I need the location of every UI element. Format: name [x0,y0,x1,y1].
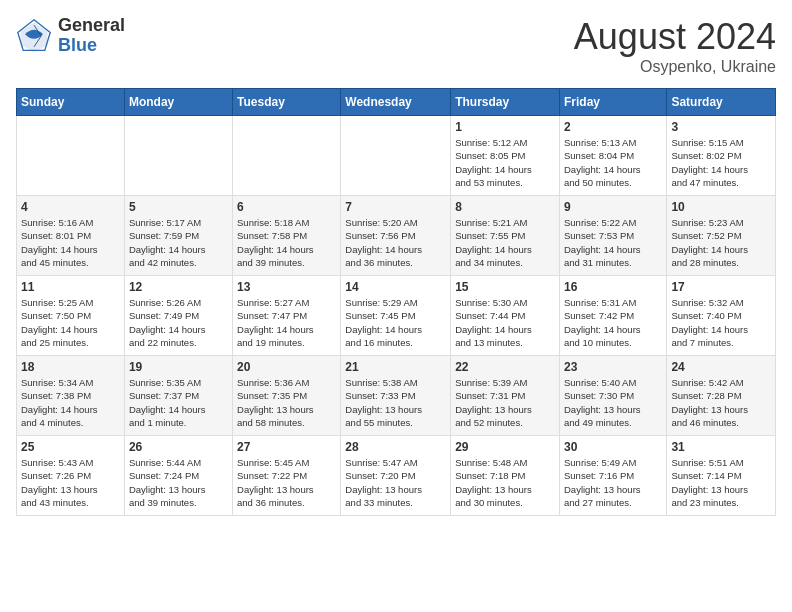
day-of-week-header: Thursday [451,89,560,116]
calendar-cell: 11Sunrise: 5:25 AM Sunset: 7:50 PM Dayli… [17,276,125,356]
calendar-cell: 20Sunrise: 5:36 AM Sunset: 7:35 PM Dayli… [233,356,341,436]
day-info-text: Sunrise: 5:13 AM Sunset: 8:04 PM Dayligh… [564,136,662,189]
day-of-week-header: Friday [559,89,666,116]
day-number: 26 [129,440,228,454]
calendar-cell: 29Sunrise: 5:48 AM Sunset: 7:18 PM Dayli… [451,436,560,516]
day-number: 3 [671,120,771,134]
day-number: 15 [455,280,555,294]
calendar-cell: 7Sunrise: 5:20 AM Sunset: 7:56 PM Daylig… [341,196,451,276]
calendar-cell: 6Sunrise: 5:18 AM Sunset: 7:58 PM Daylig… [233,196,341,276]
calendar-week-row: 11Sunrise: 5:25 AM Sunset: 7:50 PM Dayli… [17,276,776,356]
day-number: 30 [564,440,662,454]
calendar-cell: 4Sunrise: 5:16 AM Sunset: 8:01 PM Daylig… [17,196,125,276]
day-info-text: Sunrise: 5:39 AM Sunset: 7:31 PM Dayligh… [455,376,555,429]
day-info-text: Sunrise: 5:42 AM Sunset: 7:28 PM Dayligh… [671,376,771,429]
calendar-cell: 12Sunrise: 5:26 AM Sunset: 7:49 PM Dayli… [124,276,232,356]
day-number: 14 [345,280,446,294]
day-info-text: Sunrise: 5:18 AM Sunset: 7:58 PM Dayligh… [237,216,336,269]
calendar-week-row: 4Sunrise: 5:16 AM Sunset: 8:01 PM Daylig… [17,196,776,276]
day-number: 6 [237,200,336,214]
calendar-cell: 16Sunrise: 5:31 AM Sunset: 7:42 PM Dayli… [559,276,666,356]
logo-text: General Blue [58,16,125,56]
location-subtitle: Osypenko, Ukraine [574,58,776,76]
month-year-title: August 2024 [574,16,776,58]
calendar-header-row: SundayMondayTuesdayWednesdayThursdayFrid… [17,89,776,116]
calendar-cell: 25Sunrise: 5:43 AM Sunset: 7:26 PM Dayli… [17,436,125,516]
calendar-cell: 23Sunrise: 5:40 AM Sunset: 7:30 PM Dayli… [559,356,666,436]
calendar-cell: 31Sunrise: 5:51 AM Sunset: 7:14 PM Dayli… [667,436,776,516]
calendar-table: SundayMondayTuesdayWednesdayThursdayFrid… [16,88,776,516]
calendar-cell [124,116,232,196]
day-number: 10 [671,200,771,214]
calendar-cell: 19Sunrise: 5:35 AM Sunset: 7:37 PM Dayli… [124,356,232,436]
day-number: 5 [129,200,228,214]
day-info-text: Sunrise: 5:25 AM Sunset: 7:50 PM Dayligh… [21,296,120,349]
page-header: General Blue August 2024 Osypenko, Ukrai… [16,16,776,76]
day-info-text: Sunrise: 5:35 AM Sunset: 7:37 PM Dayligh… [129,376,228,429]
logo-general-text: General [58,16,125,36]
calendar-cell [17,116,125,196]
day-number: 20 [237,360,336,374]
calendar-cell: 24Sunrise: 5:42 AM Sunset: 7:28 PM Dayli… [667,356,776,436]
day-info-text: Sunrise: 5:49 AM Sunset: 7:16 PM Dayligh… [564,456,662,509]
calendar-cell: 30Sunrise: 5:49 AM Sunset: 7:16 PM Dayli… [559,436,666,516]
day-number: 27 [237,440,336,454]
day-number: 21 [345,360,446,374]
calendar-week-row: 1Sunrise: 5:12 AM Sunset: 8:05 PM Daylig… [17,116,776,196]
day-info-text: Sunrise: 5:51 AM Sunset: 7:14 PM Dayligh… [671,456,771,509]
day-number: 8 [455,200,555,214]
day-number: 24 [671,360,771,374]
calendar-cell: 27Sunrise: 5:45 AM Sunset: 7:22 PM Dayli… [233,436,341,516]
day-info-text: Sunrise: 5:29 AM Sunset: 7:45 PM Dayligh… [345,296,446,349]
day-of-week-header: Sunday [17,89,125,116]
day-number: 4 [21,200,120,214]
day-number: 7 [345,200,446,214]
logo: General Blue [16,16,125,56]
day-info-text: Sunrise: 5:36 AM Sunset: 7:35 PM Dayligh… [237,376,336,429]
calendar-cell: 8Sunrise: 5:21 AM Sunset: 7:55 PM Daylig… [451,196,560,276]
day-of-week-header: Tuesday [233,89,341,116]
calendar-cell: 22Sunrise: 5:39 AM Sunset: 7:31 PM Dayli… [451,356,560,436]
day-number: 11 [21,280,120,294]
day-info-text: Sunrise: 5:32 AM Sunset: 7:40 PM Dayligh… [671,296,771,349]
title-block: August 2024 Osypenko, Ukraine [574,16,776,76]
calendar-cell: 9Sunrise: 5:22 AM Sunset: 7:53 PM Daylig… [559,196,666,276]
logo-icon [16,18,52,54]
day-number: 29 [455,440,555,454]
day-info-text: Sunrise: 5:17 AM Sunset: 7:59 PM Dayligh… [129,216,228,269]
day-number: 2 [564,120,662,134]
calendar-cell: 15Sunrise: 5:30 AM Sunset: 7:44 PM Dayli… [451,276,560,356]
day-of-week-header: Saturday [667,89,776,116]
day-number: 12 [129,280,228,294]
day-info-text: Sunrise: 5:43 AM Sunset: 7:26 PM Dayligh… [21,456,120,509]
day-info-text: Sunrise: 5:47 AM Sunset: 7:20 PM Dayligh… [345,456,446,509]
calendar-cell: 5Sunrise: 5:17 AM Sunset: 7:59 PM Daylig… [124,196,232,276]
calendar-cell: 10Sunrise: 5:23 AM Sunset: 7:52 PM Dayli… [667,196,776,276]
day-number: 22 [455,360,555,374]
day-number: 18 [21,360,120,374]
calendar-cell: 3Sunrise: 5:15 AM Sunset: 8:02 PM Daylig… [667,116,776,196]
calendar-cell: 17Sunrise: 5:32 AM Sunset: 7:40 PM Dayli… [667,276,776,356]
day-info-text: Sunrise: 5:15 AM Sunset: 8:02 PM Dayligh… [671,136,771,189]
day-info-text: Sunrise: 5:16 AM Sunset: 8:01 PM Dayligh… [21,216,120,269]
calendar-cell: 18Sunrise: 5:34 AM Sunset: 7:38 PM Dayli… [17,356,125,436]
day-info-text: Sunrise: 5:22 AM Sunset: 7:53 PM Dayligh… [564,216,662,269]
day-number: 16 [564,280,662,294]
calendar-week-row: 18Sunrise: 5:34 AM Sunset: 7:38 PM Dayli… [17,356,776,436]
calendar-cell: 13Sunrise: 5:27 AM Sunset: 7:47 PM Dayli… [233,276,341,356]
day-number: 31 [671,440,771,454]
day-info-text: Sunrise: 5:26 AM Sunset: 7:49 PM Dayligh… [129,296,228,349]
calendar-cell: 21Sunrise: 5:38 AM Sunset: 7:33 PM Dayli… [341,356,451,436]
calendar-cell [341,116,451,196]
day-info-text: Sunrise: 5:34 AM Sunset: 7:38 PM Dayligh… [21,376,120,429]
day-of-week-header: Monday [124,89,232,116]
day-info-text: Sunrise: 5:23 AM Sunset: 7:52 PM Dayligh… [671,216,771,269]
day-number: 13 [237,280,336,294]
day-info-text: Sunrise: 5:45 AM Sunset: 7:22 PM Dayligh… [237,456,336,509]
day-number: 25 [21,440,120,454]
day-info-text: Sunrise: 5:31 AM Sunset: 7:42 PM Dayligh… [564,296,662,349]
day-number: 19 [129,360,228,374]
calendar-cell: 14Sunrise: 5:29 AM Sunset: 7:45 PM Dayli… [341,276,451,356]
day-number: 23 [564,360,662,374]
calendar-week-row: 25Sunrise: 5:43 AM Sunset: 7:26 PM Dayli… [17,436,776,516]
